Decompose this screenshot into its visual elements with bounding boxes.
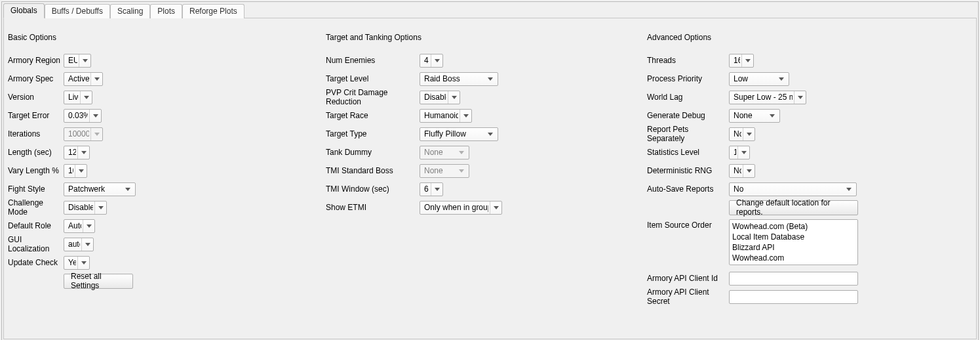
world-lag-label: World Lag [647, 93, 729, 102]
show-etmi-label: Show ETMI [326, 203, 420, 212]
chevron-down-icon [457, 169, 466, 173]
version-combo[interactable]: Live [64, 91, 92, 104]
iterations-combo: 10000 [64, 127, 103, 141]
target-level-label: Target Level [326, 74, 420, 83]
process-priority-combo[interactable]: Low [729, 72, 789, 86]
target-type-combo[interactable]: Fluffy Pillow [420, 127, 498, 141]
change-default-location-button[interactable]: Change default location for reports. [729, 200, 858, 215]
chevron-down-icon [844, 188, 853, 191]
tab-strip: GlobalsBuffs / DebuffsScalingPlotsReforg… [3, 2, 978, 18]
chevron-down-icon [75, 165, 84, 177]
auto-save-label: Auto-Save Reports [647, 184, 729, 194]
num-enemies-label: Num Enemies [326, 56, 420, 65]
pvp-crit-label: PVP Crit Damage Reduction [326, 88, 420, 106]
generate-debug-combo[interactable]: None [729, 109, 780, 123]
show-etmi-combo[interactable]: Only when in group [420, 201, 502, 215]
chevron-down-icon [743, 165, 752, 177]
gui-localization-label: GUI Localization [8, 235, 64, 253]
tab-globals[interactable]: Globals [3, 3, 45, 18]
api-client-id-input[interactable] [729, 272, 858, 286]
num-enemies-combo[interactable]: 4 [420, 54, 443, 68]
target-race-label: Target Race [326, 111, 420, 120]
api-client-secret-input[interactable] [729, 290, 858, 304]
tmi-window-combo[interactable]: 6 [420, 182, 443, 196]
deterministic-rng-combo[interactable]: No [729, 164, 755, 178]
armory-region-combo[interactable]: EU [64, 54, 91, 68]
armory-spec-combo[interactable]: Active [64, 72, 103, 86]
tmi-window-label: TMI Window (sec) [326, 184, 420, 194]
stats-level-combo[interactable]: 1 [729, 146, 750, 159]
threads-label: Threads [647, 56, 729, 65]
threads-combo[interactable]: 16 [729, 54, 754, 68]
tab-scaling[interactable]: Scaling [110, 4, 150, 18]
pvp-crit-combo[interactable]: Disable [420, 91, 460, 104]
list-item[interactable]: Wowhead.com (Beta) [732, 221, 855, 232]
chevron-down-icon [486, 133, 495, 136]
chevron-down-icon [431, 183, 440, 196]
world-lag-combo[interactable]: Super Low - 25 ms [729, 91, 806, 104]
auto-save-combo[interactable]: No [729, 182, 857, 196]
reset-all-settings-button[interactable]: Reset all Settings [64, 274, 133, 289]
api-client-secret-label: Armory API Client Secret [647, 287, 729, 306]
default-role-combo[interactable]: Auto [64, 219, 95, 233]
target-error-combo[interactable]: 0.03% [64, 109, 102, 123]
chevron-down-icon [486, 77, 495, 81]
chevron-down-icon [743, 128, 752, 140]
chevron-down-icon [79, 54, 88, 67]
chevron-down-icon [77, 146, 87, 159]
generate-debug-label: Generate Debug [647, 111, 729, 120]
tank-dummy-combo: None [420, 146, 469, 159]
tmi-boss-combo: None [420, 164, 469, 178]
tab-reforge-plots[interactable]: Reforge Plots [182, 4, 245, 18]
item-source-order-label: Item Source Order [647, 219, 729, 230]
chevron-down-icon [457, 151, 466, 154]
update-check-combo[interactable]: Yes [64, 256, 90, 270]
report-pets-label: Report Pets Separately [647, 125, 729, 143]
chevron-down-icon [768, 114, 777, 117]
report-pets-combo[interactable]: No [729, 127, 755, 141]
fight-style-label: Fight Style [8, 184, 64, 194]
chevron-down-icon [460, 110, 469, 122]
length-label: Length (sec) [8, 148, 64, 157]
basic-options-title: Basic Options [8, 33, 326, 42]
tab-buffs-debuffs[interactable]: Buffs / Debuffs [45, 4, 110, 18]
update-check-label: Update Check [8, 258, 64, 267]
chevron-down-icon [83, 220, 92, 232]
length-combo[interactable]: 120 [64, 146, 90, 159]
deterministic-rng-label: Deterministic RNG [647, 166, 729, 175]
version-label: Version [8, 93, 64, 102]
chevron-down-icon [94, 202, 104, 214]
globals-panel: Basic Options Armory Region EU Armory Sp… [3, 18, 977, 339]
list-item[interactable]: Blizzard API [732, 242, 855, 253]
list-item[interactable]: Local Item Database [732, 232, 855, 242]
tmi-boss-label: TMI Standard Boss [326, 166, 420, 175]
chevron-down-icon [90, 73, 100, 85]
target-error-label: Target Error [8, 111, 64, 120]
gui-localization-combo[interactable]: auto [64, 238, 94, 251]
fight-style-combo[interactable]: Patchwerk [64, 182, 136, 196]
challenge-mode-combo[interactable]: Disabled [64, 201, 107, 215]
chevron-down-icon [123, 188, 132, 191]
tank-dummy-label: Tank Dummy [326, 148, 420, 157]
list-item[interactable]: Wowhead.com [732, 253, 855, 263]
advanced-options-group: Advanced Options Threads 16 Process Prio… [647, 33, 968, 306]
chevron-down-icon [741, 54, 751, 67]
chevron-down-icon [737, 146, 747, 159]
item-source-order-list[interactable]: Wowhead.com (Beta)Local Item DatabaseBli… [729, 219, 858, 265]
chevron-down-icon [89, 110, 98, 122]
chevron-down-icon [77, 257, 87, 269]
vary-length-combo[interactable]: 10 [64, 164, 87, 178]
stats-level-label: Statistics Level [647, 148, 729, 157]
target-type-label: Target Type [326, 129, 420, 138]
basic-options-group: Basic Options Armory Region EU Armory Sp… [8, 33, 326, 306]
tab-plots[interactable]: Plots [150, 4, 182, 18]
target-race-combo[interactable]: Humanoid [420, 109, 472, 123]
armory-spec-label: Armory Spec [8, 74, 64, 83]
armory-region-label: Armory Region [8, 56, 64, 65]
iterations-label: Iterations [8, 129, 64, 138]
chevron-down-icon [80, 91, 89, 104]
vary-length-label: Vary Length % [8, 166, 64, 175]
target-level-combo[interactable]: Raid Boss [420, 72, 498, 86]
chevron-down-icon [90, 128, 100, 140]
chevron-down-icon [81, 238, 90, 251]
